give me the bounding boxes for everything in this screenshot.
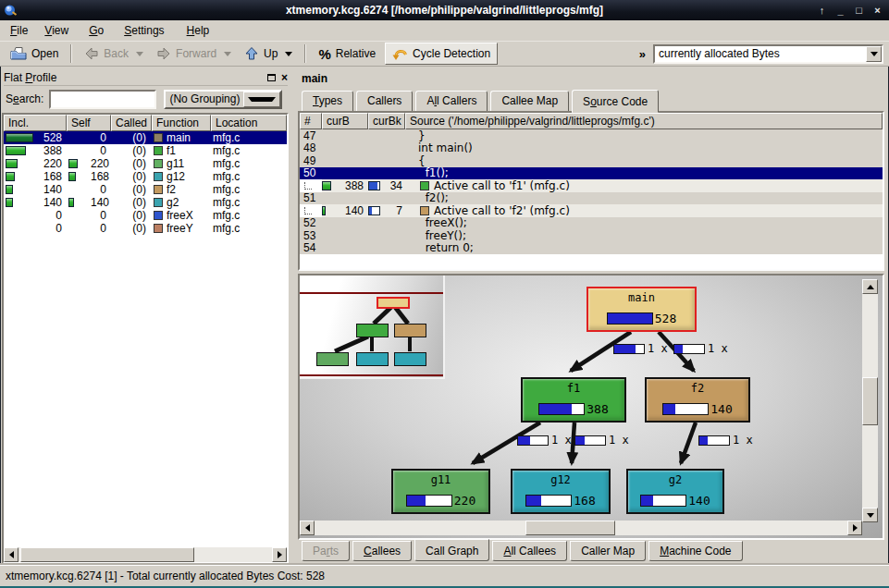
source-line[interactable]: 49{: [300, 154, 883, 167]
function-color-icon: [154, 211, 163, 220]
tab-all-callers[interactable]: All Callers: [415, 91, 488, 112]
source-line[interactable]: 53 freeY();: [300, 229, 883, 242]
forward-button[interactable]: Forward: [150, 43, 238, 65]
dock-close-icon[interactable]: ×: [281, 73, 288, 82]
tab-machine-code[interactable]: Machine Code: [648, 541, 742, 561]
column-header-curbk[interactable]: curBk: [368, 113, 405, 129]
source-line[interactable]: 47}: [300, 129, 883, 142]
flat-profile-dock-titlebar[interactable]: Flat Profile ×: [4, 69, 288, 86]
column-header-location[interactable]: Location: [211, 115, 287, 131]
column-header-source[interactable]: Source ('/home/philippe/valgrind/littlep…: [405, 113, 883, 129]
arrow-right-icon: [278, 551, 282, 558]
graph-node-main[interactable]: main 528: [586, 287, 697, 332]
self-bar: [68, 172, 76, 181]
dock-float-icon[interactable]: [267, 74, 276, 81]
menu-view[interactable]: View: [36, 21, 77, 40]
cycle-detection-label: Cycle Detection: [413, 47, 490, 60]
up-dropdown-icon[interactable]: [285, 52, 292, 56]
tab-parts[interactable]: Parts: [302, 541, 350, 561]
shade-button[interactable]: ↑: [814, 3, 830, 18]
toolbar-overflow-button[interactable]: »: [636, 45, 649, 63]
event-type-value: currently allocated Bytes: [655, 47, 866, 60]
incl-bar: [6, 146, 26, 155]
column-header-self[interactable]: Self: [67, 115, 111, 131]
event-type-dropdown-button[interactable]: [866, 46, 882, 62]
scroll-up-button[interactable]: [862, 279, 878, 294]
scroll-right-button[interactable]: [847, 521, 862, 535]
open-icon: [10, 46, 27, 61]
tab-callers[interactable]: Callers: [356, 91, 413, 112]
function-color-icon: [420, 206, 429, 215]
panel-splitter[interactable]: [290, 67, 298, 565]
tab-call-graph[interactable]: Call Graph: [414, 539, 489, 561]
source-line[interactable]: 51 f2();: [300, 192, 883, 205]
graph-node-f1[interactable]: f1 388: [521, 377, 626, 423]
function-color-icon: [154, 146, 163, 155]
cycle-detection-button[interactable]: Cycle Detection: [385, 43, 498, 65]
column-header-curb[interactable]: curB: [322, 113, 368, 129]
call-graph-panel[interactable]: main 528 f1 388 f2 140 g11 220 g12 168 g…: [298, 274, 884, 540]
event-type-combobox[interactable]: currently allocated Bytes: [653, 44, 883, 64]
menu-file[interactable]: File: [2, 21, 36, 40]
column-header-line[interactable]: #: [300, 113, 322, 129]
column-header-function[interactable]: Function: [152, 115, 211, 131]
up-button[interactable]: Up: [238, 43, 299, 65]
scroll-right-button[interactable]: [272, 547, 287, 562]
graph-node-g12[interactable]: g12 168: [511, 469, 611, 514]
tab-all-callees[interactable]: All Callees: [492, 541, 567, 561]
tab-callees[interactable]: Callees: [352, 541, 412, 561]
tab-callee-map[interactable]: Callee Map: [490, 91, 569, 112]
table-row-g12[interactable]: 168 168 (0) g12 mfg.c: [4, 170, 287, 183]
table-row-freeX[interactable]: 0 0 (0) freeX mfg.c: [4, 209, 287, 222]
table-row-f1[interactable]: 388 0 (0) f1 mfg.c: [4, 144, 287, 157]
flat-profile-hscrollbar[interactable]: [4, 547, 287, 562]
forward-dropdown-icon[interactable]: [224, 52, 231, 56]
menu-go[interactable]: Go: [80, 21, 112, 40]
self-bar: [68, 159, 78, 168]
up-label: Up: [264, 47, 278, 60]
maximize-button[interactable]: □: [851, 3, 867, 18]
hscroll-thumb[interactable]: [20, 547, 194, 562]
source-line-selected[interactable]: 50 f1();: [300, 167, 883, 180]
tab-types[interactable]: Types: [302, 91, 353, 112]
arrow-up-icon: [867, 285, 874, 289]
scroll-left-button[interactable]: [4, 547, 19, 562]
scroll-left-button[interactable]: [300, 521, 315, 535]
source-line[interactable]: 54 return 0;: [300, 242, 883, 255]
minimize-button[interactable]: _: [833, 3, 848, 18]
source-call-row-f1[interactable]: 388 34 Active call to 'f1' (mfg.c): [300, 179, 883, 192]
menu-help[interactable]: Help: [179, 21, 218, 40]
table-row-main[interactable]: 528 0 (0) main mfg.c: [4, 131, 287, 144]
hscroll-thumb[interactable]: [525, 521, 615, 535]
graph-node-g2[interactable]: g2 140: [626, 469, 724, 514]
back-dropdown-icon[interactable]: [136, 52, 143, 56]
column-header-incl[interactable]: Incl.: [4, 115, 67, 131]
tab-source-code[interactable]: Source Code: [572, 90, 659, 113]
tab-caller-map[interactable]: Caller Map: [570, 541, 646, 561]
edge-label-main-f1: 1 x: [613, 342, 668, 355]
graph-overview-minimap[interactable]: [300, 276, 445, 379]
graph-node-g11[interactable]: g11 220: [391, 469, 490, 514]
menu-settings[interactable]: Settings: [116, 21, 172, 40]
vscroll-thumb[interactable]: [862, 377, 878, 425]
relative-button[interactable]: % Relative: [312, 43, 382, 65]
source-line[interactable]: 48int main(): [300, 142, 883, 155]
source-line[interactable]: 52 freeX();: [300, 217, 883, 230]
graph-node-f2[interactable]: f2 140: [645, 377, 750, 423]
close-button[interactable]: ×: [870, 3, 885, 18]
open-button[interactable]: Open: [4, 43, 65, 65]
back-button[interactable]: Back: [78, 43, 150, 65]
table-row-g11[interactable]: 220 220 (0) g11 mfg.c: [4, 157, 287, 170]
scroll-down-button[interactable]: [862, 508, 878, 522]
grouping-combobox[interactable]: (No Grouping): [164, 90, 282, 109]
title-bar[interactable]: xtmemory.kcg.6274 [/home/philippe/valgri…: [0, 0, 889, 20]
search-input[interactable]: [49, 90, 156, 109]
graph-hscrollbar[interactable]: [300, 521, 862, 535]
column-header-called[interactable]: Called: [111, 115, 152, 131]
table-row-freeY[interactable]: 0 0 (0) freeY mfg.c: [4, 222, 287, 235]
source-call-row-f2[interactable]: 140 7 Active call to 'f2' (mfg.c): [300, 204, 883, 217]
grouping-dropdown-button[interactable]: [243, 92, 280, 107]
table-row-g2[interactable]: 140 140 (0) g2 mfg.c: [4, 196, 287, 209]
table-row-f2[interactable]: 140 0 (0) f2 mfg.c: [4, 183, 287, 196]
graph-vscrollbar[interactable]: [862, 279, 878, 522]
